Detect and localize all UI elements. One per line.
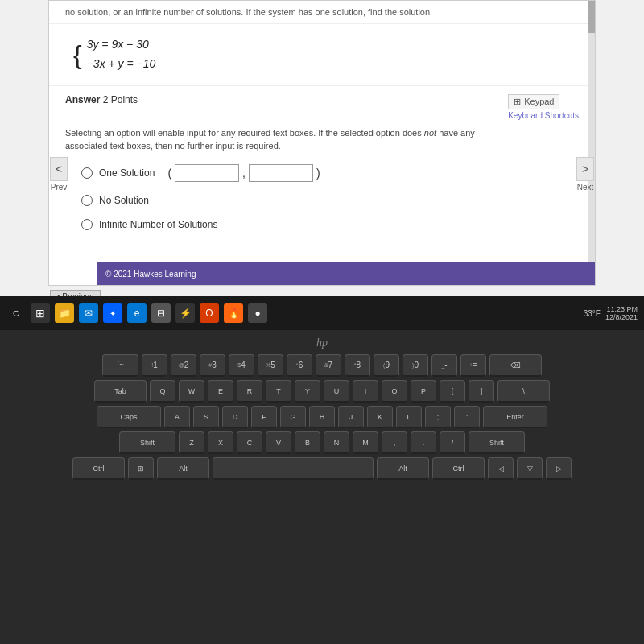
key-space[interactable] [213,457,374,480]
key-a[interactable]: A [164,406,190,428]
key-l[interactable]: L [396,406,422,428]
key-win[interactable]: ⊞ [128,457,154,480]
footer-bar: © 2021 Hawkes Learning [97,262,596,285]
keyboard-shortcuts-link[interactable]: Keyboard Shortcuts [508,111,579,120]
date-display: 12/8/2021 [605,313,638,321]
key-p[interactable]: P [411,380,436,402]
key-m[interactable]: M [353,431,378,454]
key-o[interactable]: O [382,380,407,402]
key-shift-right[interactable]: Shift [469,431,525,454]
prev-nav[interactable]: < Prev [50,157,68,192]
key-e[interactable]: E [208,380,233,402]
prev-arrow[interactable]: < [50,157,68,181]
key-c[interactable]: C [237,431,262,454]
open-paren: ( [167,167,171,180]
key-equals[interactable]: += [460,354,486,377]
key-x[interactable]: X [208,431,233,454]
key-tab[interactable]: Tab [94,380,147,402]
key-n[interactable]: N [324,431,349,454]
taskbar-dropbox-icon[interactable]: ✦ [103,303,122,323]
key-slash[interactable]: / [440,431,465,454]
key-t[interactable]: T [266,380,291,402]
key-k[interactable]: K [367,406,393,428]
start-button[interactable]: ○ [6,303,26,323]
keyboard-row-numbers: `~ !1 @2 #3 $4 %5 ^6 &7 *8 (9 )0 _- += ⌫ [6,354,638,377]
key-arrow-right[interactable]: ▷ [546,457,572,480]
taskbar-folder-icon[interactable]: 📁 [55,303,74,323]
option-no-solution: No Solution [81,195,563,206]
key-8[interactable]: *8 [345,354,370,377]
key-comma[interactable]: , [382,431,407,454]
key-7[interactable]: &7 [316,354,341,377]
equation-line-2: −3x + y = −10 [87,55,156,74]
keypad-button[interactable]: ⊞ Keypad [508,94,559,109]
key-ctrl-right[interactable]: Ctrl [432,457,485,480]
key-arrow-down[interactable]: ▽ [517,457,543,480]
option-one-solution: One Solution ( , ) [81,164,563,182]
keyboard-row-zxcv: Shift Z X C V B N M , . / Shift [6,431,638,454]
key-2[interactable]: @2 [171,354,196,377]
equation-area: { 3y = 9x − 30 −3x + y = −10 [49,24,595,86]
key-9[interactable]: (9 [374,354,399,377]
equation-system: 3y = 9x − 30 −3x + y = −10 [87,32,156,77]
key-caps[interactable]: Caps [97,406,161,428]
key-1[interactable]: !1 [142,354,167,377]
key-6[interactable]: ^6 [287,354,312,377]
key-backspace[interactable]: ⌫ [489,354,542,377]
key-quote[interactable]: ' [454,406,480,428]
taskbar-mail-icon[interactable]: ✉ [79,303,98,323]
taskbar-grid-icon[interactable]: ⊞ [31,303,50,323]
taskbar-right: 33°F 11:23 PM 12/8/2021 [584,305,638,321]
key-lbracket[interactable]: [ [440,380,465,402]
key-y[interactable]: Y [295,380,320,402]
key-g[interactable]: G [280,406,306,428]
taskbar-office-icon[interactable]: O [200,303,219,323]
footer-text: © 2021 Hawkes Learning [105,270,196,279]
key-r[interactable]: R [237,380,262,402]
key-w[interactable]: W [179,380,204,402]
taskbar-firefox-icon[interactable]: 🔥 [224,303,243,323]
key-enter[interactable]: Enter [483,406,547,428]
key-alt-left[interactable]: Alt [157,457,209,480]
next-arrow[interactable]: > [576,157,594,181]
key-j[interactable]: J [338,406,364,428]
key-d[interactable]: D [222,406,248,428]
taskbar-app-icon[interactable]: ● [248,303,267,323]
key-arrow-left[interactable]: ◁ [488,457,514,480]
key-b[interactable]: B [295,431,320,454]
key-h[interactable]: H [309,406,335,428]
key-i[interactable]: I [353,380,378,402]
keyboard-row-asdf: Caps A S D F G H J K L ; ' Enter [6,406,638,428]
key-backtick[interactable]: `~ [102,354,138,377]
key-period[interactable]: . [411,431,436,454]
key-5[interactable]: %5 [258,354,283,377]
next-label: Next [577,183,594,192]
key-shift-left[interactable]: Shift [119,431,175,454]
key-alt-right[interactable]: Alt [377,457,429,480]
key-0[interactable]: )0 [402,354,428,377]
key-q[interactable]: Q [150,380,175,402]
key-f[interactable]: F [251,406,277,428]
key-3[interactable]: #3 [200,354,225,377]
radio-infinite-solutions[interactable] [81,219,93,230]
taskbar-edge-icon[interactable]: e [127,303,147,323]
key-rbracket[interactable]: ] [469,380,494,402]
option-one-solution-label: One Solution [99,167,155,179]
key-semicolon[interactable]: ; [425,406,451,428]
taskbar-apps-icon[interactable]: ⊟ [151,303,171,323]
key-u[interactable]: U [324,380,349,402]
key-s[interactable]: S [193,406,219,428]
next-nav[interactable]: > Next [576,157,594,192]
taskbar-lightning-icon[interactable]: ⚡ [175,303,195,323]
radio-no-solution[interactable] [81,195,93,206]
key-backslash[interactable]: \ [497,380,550,402]
radio-one-solution[interactable] [81,167,93,179]
keyboard: hp `~ !1 @2 #3 $4 %5 ^6 &7 *8 (9 )0 _- +… [0,330,644,644]
key-4[interactable]: $4 [229,354,254,377]
key-z[interactable]: Z [179,431,204,454]
solution-y-input[interactable] [249,164,313,182]
key-minus[interactable]: _- [431,354,457,377]
solution-x-input[interactable] [175,164,239,182]
key-v[interactable]: V [266,431,291,454]
key-ctrl-left[interactable]: Ctrl [72,457,125,480]
